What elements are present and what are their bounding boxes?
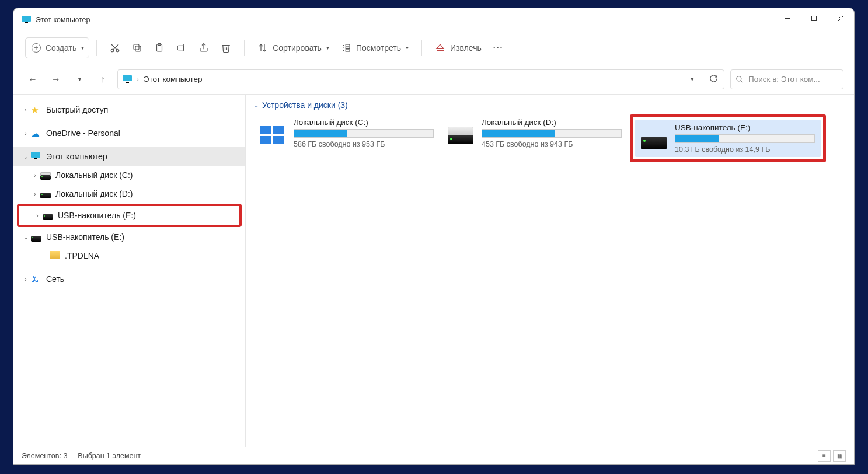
chevron-down-icon: ▾ xyxy=(81,44,84,51)
usb-drive-icon xyxy=(43,211,53,220)
paste-button[interactable] xyxy=(148,37,170,58)
back-button[interactable]: ← xyxy=(24,71,41,88)
svg-rect-31 xyxy=(31,152,40,158)
svg-rect-14 xyxy=(177,46,184,50)
usb-drive-icon xyxy=(31,232,41,242)
address-dropdown[interactable]: ▾ xyxy=(684,75,700,83)
svg-rect-23 xyxy=(346,47,350,48)
drive-item-e[interactable]: USB-накопитель (E:) 10,3 ГБ свободно из … xyxy=(635,120,821,157)
this-pc-icon xyxy=(22,16,31,24)
share-icon xyxy=(198,43,209,53)
group-header[interactable]: ⌄ Устройства и диски (3) xyxy=(254,100,846,110)
status-selected: Выбран 1 элемент xyxy=(78,452,141,460)
more-button[interactable]: ··· xyxy=(487,37,510,58)
svg-rect-27 xyxy=(123,75,132,81)
sort-label: Сортировать xyxy=(273,43,322,53)
sidebar-this-pc[interactable]: ⌄ Этот компьютер xyxy=(13,147,245,166)
svg-marker-25 xyxy=(437,44,444,49)
folder-icon xyxy=(50,251,60,260)
eject-button[interactable]: Извлечь xyxy=(429,37,487,58)
svg-rect-3 xyxy=(811,16,816,20)
tiles-view-button[interactable]: ▦ xyxy=(833,450,846,462)
svg-rect-22 xyxy=(346,44,350,46)
drive-item-d[interactable]: Локальный диск (D:) 453 ГБ свободно из 9… xyxy=(442,114,628,152)
usb-drive-icon xyxy=(641,127,667,149)
svg-rect-10 xyxy=(135,46,141,51)
drives-grid: Локальный диск (C:) 586 ГБ свободно из 9… xyxy=(254,114,846,162)
sidebar-usb-e-1[interactable]: › USB-накопитель (E:) xyxy=(19,206,239,225)
content-area: ⌄ Устройства и диски (3) Локальный диск … xyxy=(246,95,854,447)
sidebar-onedrive[interactable]: › ☁ OneDrive - Personal xyxy=(13,124,245,142)
drive-usage-bar xyxy=(482,129,622,138)
chevron-right-icon: › xyxy=(20,107,31,113)
history-button[interactable]: ▾ xyxy=(71,71,88,88)
chevron-down-icon: ▾ xyxy=(406,44,409,51)
sort-icon xyxy=(257,43,268,53)
details-view-button[interactable]: ≡ xyxy=(818,450,831,462)
separator xyxy=(421,40,422,56)
view-label: Посмотреть xyxy=(356,43,401,53)
sidebar-quick-access[interactable]: › ★ Быстрый доступ xyxy=(13,100,245,119)
nav-label: USB-накопитель (E:) xyxy=(58,211,136,220)
copy-button[interactable] xyxy=(126,37,148,58)
eject-icon xyxy=(435,43,445,53)
rename-icon xyxy=(176,43,187,53)
close-button[interactable] xyxy=(827,8,854,28)
nav-label: Этот компьютер xyxy=(46,152,107,161)
minimize-button[interactable] xyxy=(773,8,800,28)
search-input[interactable]: Поиск в: Этот ком... xyxy=(730,69,843,89)
share-button[interactable] xyxy=(193,37,215,58)
drive-icon xyxy=(40,189,51,198)
address-row: ← → ▾ ↑ › Этот компьютер ▾ Поиск в: Этот… xyxy=(13,64,854,95)
drive-usage-bar xyxy=(675,134,815,143)
trash-icon xyxy=(221,43,231,53)
window-title: Этот компьютер xyxy=(36,16,90,24)
maximize-button[interactable] xyxy=(800,8,827,28)
forward-button[interactable]: → xyxy=(47,71,65,88)
refresh-icon xyxy=(709,74,718,83)
sidebar-disk-c[interactable]: › Локальный диск (C:) xyxy=(13,166,245,184)
search-placeholder: Поиск в: Этот ком... xyxy=(748,75,820,83)
chevron-right-icon: › xyxy=(30,191,40,197)
up-button[interactable]: ↑ xyxy=(94,71,111,88)
nav-label: Сеть xyxy=(46,274,64,284)
sidebar-network[interactable]: › 🖧 Сеть xyxy=(13,270,245,288)
network-icon: 🖧 xyxy=(31,274,41,284)
nav-label: Быстрый доступ xyxy=(46,105,108,114)
sidebar-disk-d[interactable]: › Локальный диск (D:) xyxy=(13,184,245,203)
drive-name: USB-накопитель (E:) xyxy=(675,123,815,132)
drive-info: 453 ГБ свободно из 943 ГБ xyxy=(482,140,622,148)
breadcrumb-sep: › xyxy=(137,76,139,83)
clipboard-icon xyxy=(154,43,165,53)
drive-icon xyxy=(40,170,51,180)
view-button[interactable]: Посмотреть ▾ xyxy=(335,37,414,58)
copy-icon xyxy=(132,43,142,53)
sort-button[interactable]: Сортировать ▾ xyxy=(252,37,335,58)
svg-line-30 xyxy=(741,80,743,82)
chevron-down-icon: ▾ xyxy=(326,44,329,51)
svg-rect-24 xyxy=(346,50,350,51)
svg-point-29 xyxy=(737,76,741,81)
breadcrumb-root[interactable]: Этот компьютер xyxy=(144,75,203,83)
separator xyxy=(96,40,97,56)
nav-label: .TPDLNA xyxy=(65,251,99,260)
address-bar[interactable]: › Этот компьютер ▾ xyxy=(117,69,724,89)
star-icon: ★ xyxy=(31,105,41,114)
sidebar-usb-e-2[interactable]: ⌄ USB-накопитель (E:) xyxy=(13,228,245,246)
plus-icon: + xyxy=(32,43,41,53)
search-icon xyxy=(735,75,744,83)
scissors-icon xyxy=(110,43,120,53)
toolbar: + Создать ▾ Сортировать ▾ Посмотреть ▾ И… xyxy=(13,32,854,64)
refresh-button[interactable] xyxy=(705,74,721,85)
cut-button[interactable] xyxy=(104,37,126,58)
chevron-right-icon: › xyxy=(20,276,31,283)
this-pc-icon xyxy=(31,152,41,161)
new-button[interactable]: + Создать ▾ xyxy=(25,37,89,58)
rename-button[interactable] xyxy=(170,37,193,58)
chevron-down-icon: ⌄ xyxy=(20,234,31,241)
delete-button[interactable] xyxy=(215,37,237,58)
drive-item-c[interactable]: Локальный диск (C:) 586 ГБ свободно из 9… xyxy=(254,114,440,152)
sidebar-folder-tpdlna[interactable]: .TPDLNA xyxy=(13,246,245,265)
drive-info: 10,3 ГБ свободно из 14,9 ГБ xyxy=(675,145,815,154)
group-label: Устройства и диски (3) xyxy=(262,100,348,110)
